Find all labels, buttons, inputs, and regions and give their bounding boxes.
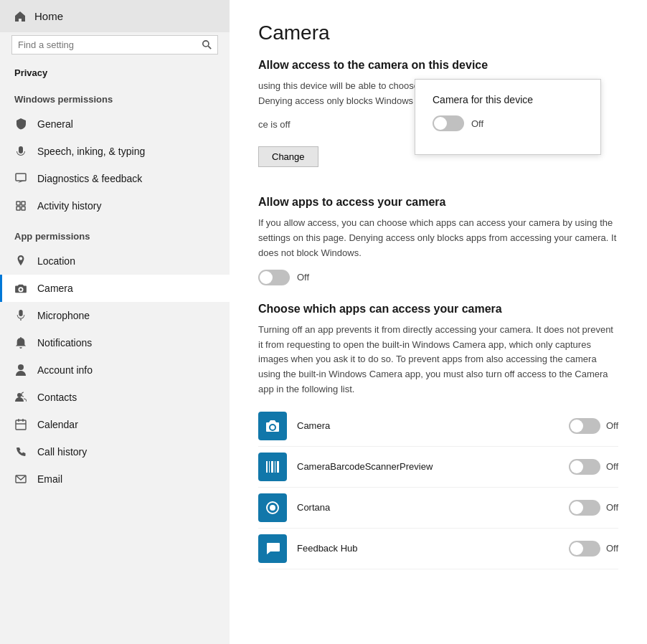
- email-icon: [14, 473, 27, 486]
- svg-point-0: [203, 41, 209, 47]
- general-label: General: [37, 118, 73, 130]
- section3-heading: Choose which apps can access your camera: [258, 303, 618, 316]
- apps-access-toggle-row: Off: [258, 270, 618, 285]
- barcode-app-toggle[interactable]: [569, 459, 600, 475]
- person-icon: [14, 364, 27, 377]
- svg-rect-19: [275, 461, 275, 473]
- privacy-label: Privacy: [0, 63, 230, 82]
- barcode-app-toggle-area: Off: [569, 459, 618, 475]
- email-label: Email: [37, 473, 62, 485]
- feedback-app-icon: [258, 534, 287, 563]
- svg-rect-2: [16, 174, 26, 181]
- tooltip-toggle-label: Off: [471, 118, 483, 129]
- bell-icon: [14, 336, 27, 349]
- search-input[interactable]: [18, 39, 197, 50]
- camera-app-toggle-label: Off: [606, 420, 618, 431]
- feedback-app-name: Feedback Hub: [297, 543, 569, 554]
- camera-app-name: Camera: [297, 420, 569, 431]
- sidebar-item-microphone[interactable]: Microphone: [0, 302, 230, 329]
- app-row-cortana: Cortana Off: [258, 488, 618, 529]
- shield-icon: [14, 118, 27, 131]
- tooltip-toggle[interactable]: [433, 115, 464, 131]
- calendar-label: Calendar: [37, 419, 78, 430]
- app-row-barcode: CameraBarcodeScannerPreview Off: [258, 447, 618, 488]
- speech-icon: [14, 145, 27, 158]
- section-app-access: Allow apps to access your camera If you …: [258, 196, 618, 285]
- tooltip-title: Camera for this device: [433, 94, 583, 105]
- svg-rect-17: [269, 461, 270, 473]
- account-label: Account info: [37, 364, 93, 376]
- barcode-app-name: CameraBarcodeScannerPreview: [297, 461, 569, 472]
- section2-text: If you allow access, you can choose whic…: [258, 216, 618, 260]
- sidebar-home-button[interactable]: Home: [0, 0, 230, 32]
- tooltip-popup: Camera for this device Off: [415, 79, 601, 155]
- contacts-icon: [14, 391, 27, 404]
- barcode-app-icon: [258, 453, 287, 481]
- sidebar-item-callhistory[interactable]: Call history: [0, 438, 230, 465]
- sidebar-item-account[interactable]: Account info: [0, 356, 230, 384]
- feedback-app-toggle[interactable]: [569, 541, 600, 557]
- svg-rect-18: [271, 461, 273, 473]
- camera-app-toggle-area: Off: [569, 418, 618, 434]
- svg-point-9: [18, 364, 24, 370]
- camera-label: Camera: [37, 283, 73, 294]
- home-icon: [14, 11, 26, 22]
- cortana-app-toggle-label: Off: [606, 502, 618, 513]
- location-label: Location: [37, 255, 75, 267]
- cortana-app-toggle-area: Off: [569, 500, 618, 516]
- feedback-app-toggle-area: Off: [569, 541, 618, 557]
- windows-permissions-label: Windows permissions: [14, 88, 215, 105]
- home-label: Home: [34, 10, 63, 22]
- feedback-icon: [14, 172, 27, 185]
- app-row-feedback: Feedback Hub Off: [258, 529, 618, 569]
- camera-app-icon: [258, 412, 287, 440]
- location-icon: [14, 255, 27, 267]
- microphone-label: Microphone: [37, 310, 90, 321]
- cortana-app-name: Cortana: [297, 502, 569, 513]
- phone-icon: [14, 445, 27, 458]
- apps-access-toggle[interactable]: [258, 270, 290, 285]
- sidebar-item-email[interactable]: Email: [0, 465, 230, 493]
- activity-icon: [14, 199, 27, 212]
- svg-rect-5: [16, 207, 20, 210]
- sidebar-item-speech[interactable]: Speech, inking, & typing: [0, 138, 230, 165]
- cortana-app-toggle[interactable]: [569, 500, 600, 516]
- sidebar-item-location[interactable]: Location: [0, 247, 230, 275]
- sidebar-item-general[interactable]: General: [0, 110, 230, 138]
- apps-access-toggle-label: Off: [297, 272, 309, 283]
- camera-sidebar-icon: [14, 282, 27, 295]
- change-button[interactable]: Change: [258, 146, 318, 167]
- search-container: [11, 35, 218, 55]
- sidebar: Home Privacy Windows permissions General…: [0, 0, 230, 644]
- sidebar-item-camera[interactable]: Camera: [0, 275, 230, 302]
- activity-label: Activity history: [37, 200, 101, 212]
- contacts-label: Contacts: [37, 392, 77, 403]
- svg-rect-3: [16, 202, 20, 205]
- sidebar-item-diagnostics[interactable]: Diagnostics & feedback: [0, 165, 230, 192]
- diagnostics-label: Diagnostics & feedback: [37, 173, 142, 184]
- tooltip-toggle-row: Off: [433, 115, 583, 131]
- section2-heading: Allow apps to access your camera: [258, 196, 618, 209]
- main-content: Camera Allow access to the camera on thi…: [230, 0, 647, 644]
- sidebar-item-notifications[interactable]: Notifications: [0, 329, 230, 356]
- app-row-camera: Camera Off: [258, 406, 618, 447]
- app-permissions-label: App permissions: [14, 225, 215, 242]
- camera-app-toggle[interactable]: [569, 418, 600, 434]
- feedback-app-toggle-label: Off: [606, 543, 618, 554]
- svg-rect-6: [22, 207, 25, 210]
- microphone-icon: [14, 309, 27, 322]
- speech-label: Speech, inking, & typing: [37, 146, 145, 157]
- sidebar-item-activity[interactable]: Activity history: [0, 192, 230, 219]
- sidebar-item-contacts[interactable]: Contacts: [0, 384, 230, 411]
- svg-rect-4: [22, 202, 25, 205]
- section3-text: Turning off an app prevents it from dire…: [258, 323, 618, 397]
- calendar-icon: [14, 418, 27, 431]
- svg-rect-11: [16, 420, 26, 430]
- svg-rect-7: [19, 310, 22, 316]
- svg-point-22: [270, 505, 275, 511]
- svg-rect-16: [266, 461, 268, 473]
- section-choose-apps: Choose which apps can access your camera…: [258, 303, 618, 569]
- callhistory-label: Call history: [37, 446, 87, 458]
- sidebar-item-calendar[interactable]: Calendar: [0, 411, 230, 438]
- page-title: Camera: [258, 22, 618, 44]
